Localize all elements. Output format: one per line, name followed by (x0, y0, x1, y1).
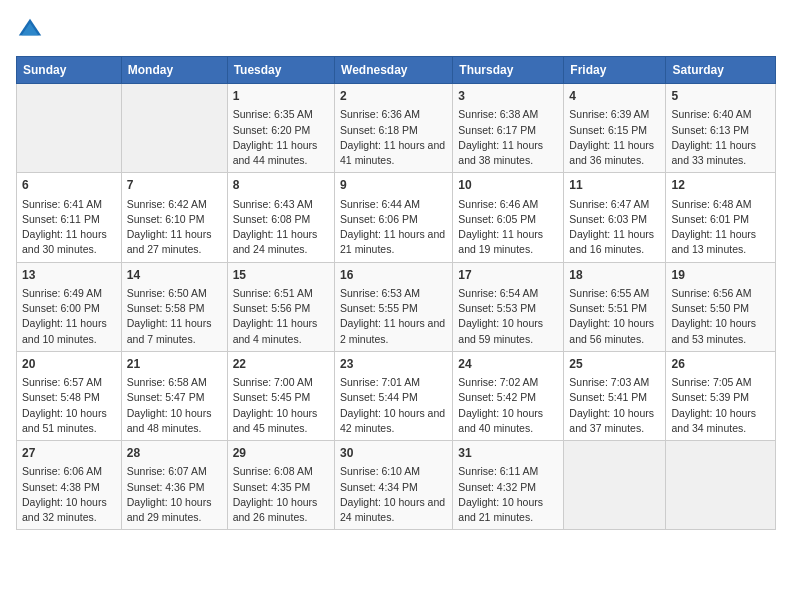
sunrise-text: Sunrise: 7:01 AM (340, 376, 420, 388)
week-row-3: 13Sunrise: 6:49 AMSunset: 6:00 PMDayligh… (17, 262, 776, 351)
sunset-text: Sunset: 5:53 PM (458, 302, 536, 314)
weekday-header-wednesday: Wednesday (335, 57, 453, 84)
daylight-text: Daylight: 11 hours and 44 minutes. (233, 139, 318, 166)
day-cell: 11Sunrise: 6:47 AMSunset: 6:03 PMDayligh… (564, 173, 666, 262)
sunset-text: Sunset: 5:58 PM (127, 302, 205, 314)
sunset-text: Sunset: 6:15 PM (569, 124, 647, 136)
day-number: 31 (458, 445, 558, 462)
day-cell: 14Sunrise: 6:50 AMSunset: 5:58 PMDayligh… (121, 262, 227, 351)
sunrise-text: Sunrise: 6:48 AM (671, 198, 751, 210)
daylight-text: Daylight: 11 hours and 10 minutes. (22, 317, 107, 344)
daylight-text: Daylight: 10 hours and 51 minutes. (22, 407, 107, 434)
sunset-text: Sunset: 5:41 PM (569, 391, 647, 403)
daylight-text: Daylight: 11 hours and 30 minutes. (22, 228, 107, 255)
sunrise-text: Sunrise: 6:39 AM (569, 108, 649, 120)
sunset-text: Sunset: 6:01 PM (671, 213, 749, 225)
sunrise-text: Sunrise: 6:54 AM (458, 287, 538, 299)
daylight-text: Daylight: 11 hours and 13 minutes. (671, 228, 756, 255)
sunset-text: Sunset: 4:38 PM (22, 481, 100, 493)
sunrise-text: Sunrise: 6:40 AM (671, 108, 751, 120)
sunrise-text: Sunrise: 6:06 AM (22, 465, 102, 477)
daylight-text: Daylight: 10 hours and 56 minutes. (569, 317, 654, 344)
sunset-text: Sunset: 6:03 PM (569, 213, 647, 225)
sunrise-text: Sunrise: 7:05 AM (671, 376, 751, 388)
day-number: 3 (458, 88, 558, 105)
day-cell: 16Sunrise: 6:53 AMSunset: 5:55 PMDayligh… (335, 262, 453, 351)
day-cell: 2Sunrise: 6:36 AMSunset: 6:18 PMDaylight… (335, 84, 453, 173)
sunrise-text: Sunrise: 6:43 AM (233, 198, 313, 210)
sunrise-text: Sunrise: 7:02 AM (458, 376, 538, 388)
day-cell: 27Sunrise: 6:06 AMSunset: 4:38 PMDayligh… (17, 441, 122, 530)
daylight-text: Daylight: 10 hours and 48 minutes. (127, 407, 212, 434)
day-number: 26 (671, 356, 770, 373)
daylight-text: Daylight: 11 hours and 21 minutes. (340, 228, 445, 255)
day-number: 15 (233, 267, 329, 284)
day-cell: 8Sunrise: 6:43 AMSunset: 6:08 PMDaylight… (227, 173, 334, 262)
day-cell: 30Sunrise: 6:10 AMSunset: 4:34 PMDayligh… (335, 441, 453, 530)
logo (16, 16, 48, 44)
sunrise-text: Sunrise: 6:44 AM (340, 198, 420, 210)
sunset-text: Sunset: 6:06 PM (340, 213, 418, 225)
sunrise-text: Sunrise: 6:41 AM (22, 198, 102, 210)
day-number: 12 (671, 177, 770, 194)
weekday-header-thursday: Thursday (453, 57, 564, 84)
sunset-text: Sunset: 6:20 PM (233, 124, 311, 136)
sunrise-text: Sunrise: 6:11 AM (458, 465, 538, 477)
weekday-header-monday: Monday (121, 57, 227, 84)
daylight-text: Daylight: 10 hours and 53 minutes. (671, 317, 756, 344)
daylight-text: Daylight: 10 hours and 29 minutes. (127, 496, 212, 523)
day-number: 27 (22, 445, 116, 462)
day-number: 2 (340, 88, 447, 105)
day-number: 16 (340, 267, 447, 284)
week-row-4: 20Sunrise: 6:57 AMSunset: 5:48 PMDayligh… (17, 351, 776, 440)
weekday-header-saturday: Saturday (666, 57, 776, 84)
day-number: 7 (127, 177, 222, 194)
day-cell: 21Sunrise: 6:58 AMSunset: 5:47 PMDayligh… (121, 351, 227, 440)
daylight-text: Daylight: 10 hours and 59 minutes. (458, 317, 543, 344)
day-number: 5 (671, 88, 770, 105)
sunset-text: Sunset: 6:00 PM (22, 302, 100, 314)
week-row-5: 27Sunrise: 6:06 AMSunset: 4:38 PMDayligh… (17, 441, 776, 530)
day-cell: 26Sunrise: 7:05 AMSunset: 5:39 PMDayligh… (666, 351, 776, 440)
day-cell: 7Sunrise: 6:42 AMSunset: 6:10 PMDaylight… (121, 173, 227, 262)
sunset-text: Sunset: 6:10 PM (127, 213, 205, 225)
day-cell: 31Sunrise: 6:11 AMSunset: 4:32 PMDayligh… (453, 441, 564, 530)
sunrise-text: Sunrise: 7:03 AM (569, 376, 649, 388)
weekday-header-tuesday: Tuesday (227, 57, 334, 84)
daylight-text: Daylight: 10 hours and 34 minutes. (671, 407, 756, 434)
day-cell: 9Sunrise: 6:44 AMSunset: 6:06 PMDaylight… (335, 173, 453, 262)
day-cell: 23Sunrise: 7:01 AMSunset: 5:44 PMDayligh… (335, 351, 453, 440)
daylight-text: Daylight: 11 hours and 41 minutes. (340, 139, 445, 166)
sunset-text: Sunset: 4:32 PM (458, 481, 536, 493)
day-cell: 22Sunrise: 7:00 AMSunset: 5:45 PMDayligh… (227, 351, 334, 440)
daylight-text: Daylight: 10 hours and 32 minutes. (22, 496, 107, 523)
weekday-header-friday: Friday (564, 57, 666, 84)
calendar-table: SundayMondayTuesdayWednesdayThursdayFrid… (16, 56, 776, 530)
day-cell (564, 441, 666, 530)
day-cell (121, 84, 227, 173)
daylight-text: Daylight: 10 hours and 42 minutes. (340, 407, 445, 434)
day-cell: 10Sunrise: 6:46 AMSunset: 6:05 PMDayligh… (453, 173, 564, 262)
day-number: 9 (340, 177, 447, 194)
day-number: 22 (233, 356, 329, 373)
daylight-text: Daylight: 11 hours and 27 minutes. (127, 228, 212, 255)
day-number: 10 (458, 177, 558, 194)
day-number: 18 (569, 267, 660, 284)
day-cell: 24Sunrise: 7:02 AMSunset: 5:42 PMDayligh… (453, 351, 564, 440)
day-number: 28 (127, 445, 222, 462)
sunset-text: Sunset: 4:34 PM (340, 481, 418, 493)
sunrise-text: Sunrise: 6:50 AM (127, 287, 207, 299)
sunrise-text: Sunrise: 6:42 AM (127, 198, 207, 210)
day-cell: 19Sunrise: 6:56 AMSunset: 5:50 PMDayligh… (666, 262, 776, 351)
sunset-text: Sunset: 6:13 PM (671, 124, 749, 136)
sunset-text: Sunset: 5:44 PM (340, 391, 418, 403)
week-row-1: 1Sunrise: 6:35 AMSunset: 6:20 PMDaylight… (17, 84, 776, 173)
sunrise-text: Sunrise: 6:38 AM (458, 108, 538, 120)
sunrise-text: Sunrise: 6:57 AM (22, 376, 102, 388)
day-number: 13 (22, 267, 116, 284)
day-number: 11 (569, 177, 660, 194)
day-cell: 29Sunrise: 6:08 AMSunset: 4:35 PMDayligh… (227, 441, 334, 530)
sunrise-text: Sunrise: 6:49 AM (22, 287, 102, 299)
sunrise-text: Sunrise: 6:46 AM (458, 198, 538, 210)
sunset-text: Sunset: 5:48 PM (22, 391, 100, 403)
